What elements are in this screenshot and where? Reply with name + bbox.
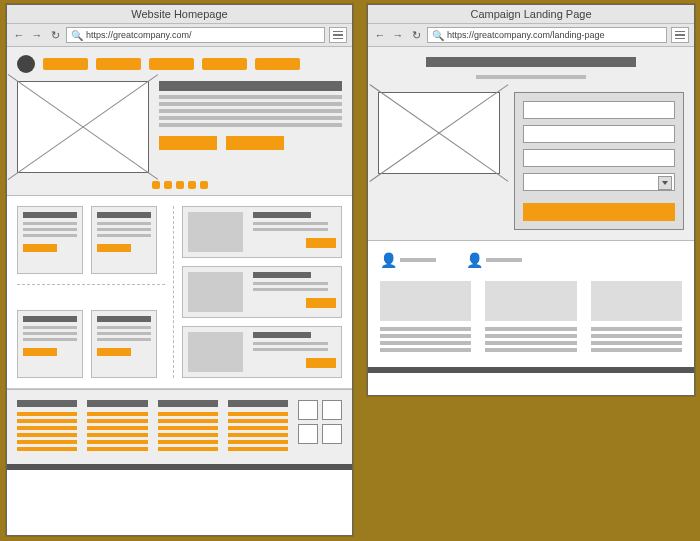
list-item[interactable] (182, 206, 342, 258)
carousel-dot[interactable] (188, 181, 196, 189)
carousel-dot[interactable] (200, 181, 208, 189)
text-line (23, 332, 77, 335)
footer-link[interactable] (158, 419, 218, 423)
footer-link[interactable] (87, 433, 147, 437)
footer-link[interactable] (17, 447, 77, 451)
text-line (159, 95, 342, 99)
content-card[interactable] (91, 310, 157, 378)
text-line (253, 228, 328, 231)
homepage-viewport (7, 47, 352, 464)
footer-link[interactable] (158, 426, 218, 430)
footer-link[interactable] (17, 440, 77, 444)
text-input[interactable] (523, 125, 675, 143)
text-line (253, 288, 328, 291)
footer-link[interactable] (158, 440, 218, 444)
forward-button[interactable]: → (391, 28, 405, 42)
card-title (97, 316, 151, 322)
content-card[interactable] (17, 310, 83, 378)
card-cta[interactable] (23, 244, 57, 252)
footer-link[interactable] (228, 412, 288, 416)
text-input[interactable] (523, 101, 675, 119)
footer-link[interactable] (158, 433, 218, 437)
content-card[interactable] (17, 206, 83, 274)
footer-heading (228, 400, 288, 407)
feature-column (591, 281, 682, 355)
text-line (159, 116, 342, 120)
footer-link[interactable] (228, 419, 288, 423)
carousel-dot[interactable] (176, 181, 184, 189)
social-icons (298, 400, 342, 454)
list-item[interactable] (182, 326, 342, 378)
social-icon[interactable] (322, 424, 342, 444)
footer-link[interactable] (17, 433, 77, 437)
footer-column (17, 400, 77, 454)
content-card[interactable] (91, 206, 157, 274)
footer-link[interactable] (87, 447, 147, 451)
hamburger-menu-icon[interactable] (329, 27, 347, 43)
url-input[interactable]: 🔍 https://greatcompany.com/ (66, 27, 325, 43)
carousel-dot[interactable] (164, 181, 172, 189)
window-title: Website Homepage (7, 5, 352, 24)
submit-button[interactable] (523, 203, 675, 221)
footer-link[interactable] (87, 440, 147, 444)
text-line (23, 338, 77, 341)
text-line (253, 348, 328, 351)
footer-link[interactable] (228, 447, 288, 451)
select-input[interactable] (523, 173, 675, 191)
subheadline (476, 75, 586, 79)
text-input[interactable] (523, 149, 675, 167)
feature-image (485, 281, 576, 321)
logo[interactable] (17, 55, 35, 73)
card-cta[interactable] (97, 244, 131, 252)
back-button[interactable]: ← (12, 28, 26, 42)
footer-link[interactable] (228, 433, 288, 437)
hero-section (17, 81, 342, 173)
text-line (591, 341, 682, 345)
text-line (23, 234, 77, 237)
item-cta[interactable] (306, 298, 336, 308)
search-icon: 🔍 (71, 30, 83, 41)
footer-link[interactable] (17, 412, 77, 416)
cta-button[interactable] (226, 136, 284, 150)
carousel-dot[interactable] (152, 181, 160, 189)
landing-body: 👤 👤 (368, 241, 694, 367)
footer-link[interactable] (17, 426, 77, 430)
nav-link[interactable] (202, 58, 247, 70)
list-item[interactable] (182, 266, 342, 318)
footer-link[interactable] (158, 412, 218, 416)
footer-link[interactable] (87, 419, 147, 423)
forward-button[interactable]: → (30, 28, 44, 42)
hamburger-menu-icon[interactable] (671, 27, 689, 43)
footer-link[interactable] (87, 426, 147, 430)
text-line (485, 348, 576, 352)
nav-link[interactable] (149, 58, 194, 70)
feature-image (380, 281, 471, 321)
card-title (23, 212, 77, 218)
landing-viewport: 👤 👤 (368, 47, 694, 367)
nav-link[interactable] (96, 58, 141, 70)
reload-button[interactable]: ↻ (409, 28, 423, 42)
footer-link[interactable] (87, 412, 147, 416)
footer-link[interactable] (228, 426, 288, 430)
text-line (485, 334, 576, 338)
testimonial-text (400, 258, 436, 262)
card-cta[interactable] (23, 348, 57, 356)
thumbnail (188, 332, 243, 372)
social-icon[interactable] (322, 400, 342, 420)
footer-link[interactable] (158, 447, 218, 451)
reload-button[interactable]: ↻ (48, 28, 62, 42)
back-button[interactable]: ← (373, 28, 387, 42)
url-text: https://greatcompany.com/ (86, 30, 191, 40)
nav-link[interactable] (43, 58, 88, 70)
item-cta[interactable] (306, 238, 336, 248)
cta-button[interactable] (159, 136, 217, 150)
footer-link[interactable] (17, 419, 77, 423)
url-input[interactable]: 🔍 https://greatcompany.com/landing-page (427, 27, 667, 43)
text-line (591, 348, 682, 352)
item-cta[interactable] (306, 358, 336, 368)
footer-link[interactable] (228, 440, 288, 444)
social-icon[interactable] (298, 424, 318, 444)
nav-link[interactable] (255, 58, 300, 70)
social-icon[interactable] (298, 400, 318, 420)
card-cta[interactable] (97, 348, 131, 356)
